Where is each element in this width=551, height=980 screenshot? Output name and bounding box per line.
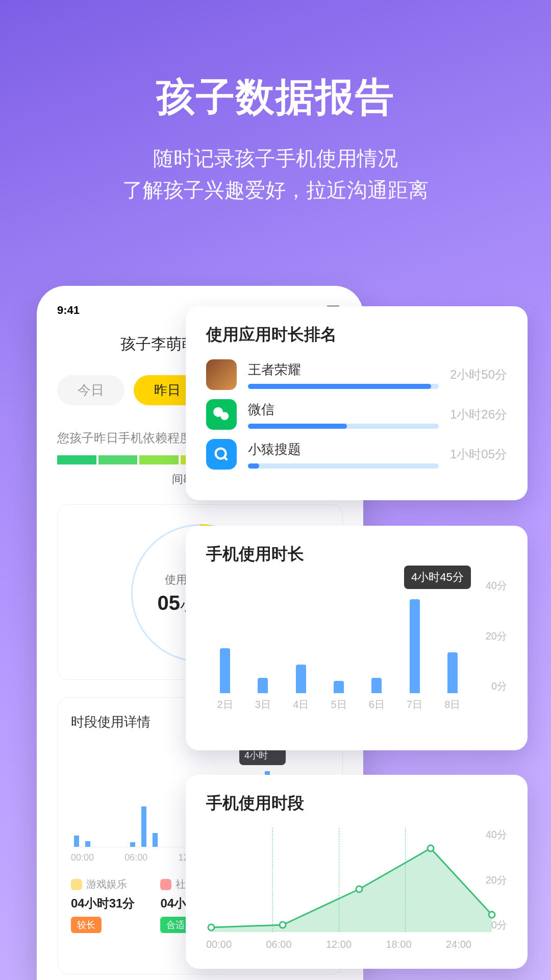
hero-subtitle: 随时记录孩子手机使用情况 了解孩子兴趣爱好，拉近沟通距离	[0, 142, 551, 206]
wechat-icon	[206, 399, 237, 430]
rank-row[interactable]: 王者荣耀 2小时50分	[206, 359, 507, 390]
hourly-usage-title: 手机使用时段	[206, 792, 507, 815]
svg-point-9	[220, 412, 229, 420]
svg-point-14	[428, 845, 434, 851]
hero-banner: 孩子数据报告 随时记录孩子手机使用情况 了解孩子兴趣爱好，拉近沟通距离	[0, 0, 551, 206]
svg-point-13	[356, 886, 362, 892]
rank-row[interactable]: 小猿搜题 1小时05分	[206, 439, 507, 470]
daily-usage-chart[interactable]: 40分20分0分 2日3日4日 5日6日7日 8日	[206, 579, 507, 712]
app-ranking-card: 使用应用时长排名 王者荣耀 2小时50分 微信 1小时26分 小猿搜题 1小时0…	[186, 306, 528, 500]
hero-title: 孩子数据报告	[0, 71, 551, 124]
rank-row[interactable]: 微信 1小时26分	[206, 399, 507, 430]
svg-point-11	[208, 924, 214, 930]
tab-today[interactable]: 今日	[57, 375, 124, 405]
xiaoyuan-icon	[206, 439, 237, 470]
game-icon	[71, 879, 82, 890]
category-games: 游戏娱乐 04小时31分 较长	[71, 877, 135, 933]
svg-point-10	[216, 449, 226, 459]
hourly-usage-chart[interactable]: 40分20分0分 00:0006:00 12:0018:00 24:00	[206, 828, 507, 950]
ranking-title: 使用应用时长排名	[206, 324, 507, 346]
hourly-usage-card: 手机使用时段 40分20分0分 00:0006:00 12:0018:00 24…	[186, 775, 528, 969]
svg-point-12	[280, 922, 286, 928]
social-icon	[160, 879, 171, 890]
status-time: 9:41	[57, 304, 80, 317]
hok-icon	[206, 359, 237, 390]
badge-long: 较长	[71, 917, 102, 933]
daily-usage-card: 手机使用时长 4小时45分 40分20分0分 2日3日4日 5日6日7日 8日	[186, 526, 528, 750]
daily-usage-title: 手机使用时长	[206, 543, 507, 566]
